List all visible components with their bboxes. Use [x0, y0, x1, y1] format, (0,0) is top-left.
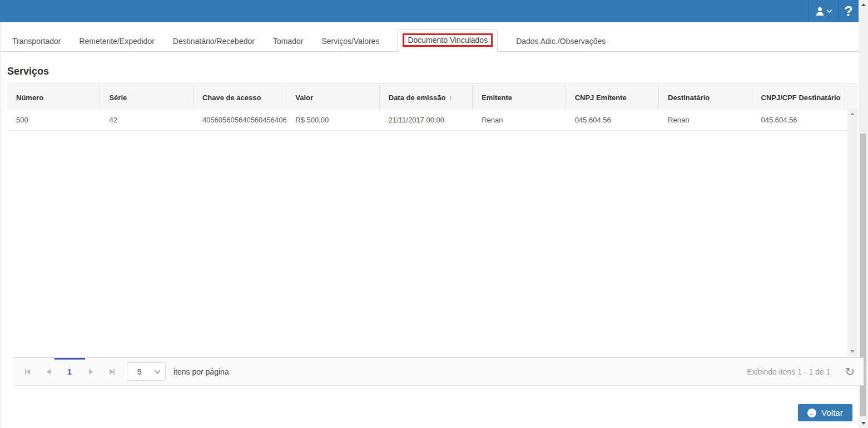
last-page-icon — [110, 369, 113, 375]
column-header-cnpj-cpf-destinatario[interactable]: CNPJ/CPF Destinatário — [752, 85, 845, 110]
scroll-up-icon[interactable] — [859, 0, 868, 9]
column-header-data-de-emissao[interactable]: Data de emissão ↑ — [380, 85, 473, 110]
cell-destinatario: Renan — [659, 110, 752, 130]
next-page-icon — [89, 369, 93, 375]
cell-chave-de-acesso: 40560560564056045640650... — [194, 110, 286, 130]
cell-emitente: Renan — [473, 110, 566, 130]
cell-serie: 42 — [100, 110, 193, 130]
sort-ascending-icon: ↑ — [449, 94, 453, 102]
page-number-button[interactable]: 1 — [59, 361, 80, 382]
first-page-button[interactable] — [17, 361, 38, 382]
page-size-value: 5 — [137, 367, 142, 376]
tab-documento-vinculados-label: Documento Vinculados — [408, 36, 488, 45]
pager-bar: 1 5 itens por página Exibindo itens 1 - … — [13, 357, 864, 386]
column-header-label: Data de emissão — [389, 94, 446, 102]
back-button[interactable]: ← Voltar — [798, 404, 852, 421]
tab-servicos-valores[interactable]: Serviços/Valores — [321, 31, 379, 51]
back-button-label: Voltar — [821, 408, 842, 417]
scroll-down-icon[interactable] — [859, 419, 868, 428]
grid-header: Número Série Chave de acesso Valor Data … — [7, 85, 857, 110]
previous-page-button[interactable] — [38, 361, 59, 382]
annotation-highlight-box: Documento Vinculados — [403, 33, 493, 47]
user-icon — [816, 7, 824, 16]
cell-cnpj-cpf-destinatario: 045.604.56 — [752, 110, 845, 130]
tab-strip: Transportador Remetente/Expedidor Destin… — [1, 29, 859, 52]
cell-cnpj-emitente: 045.604.56 — [566, 110, 659, 130]
tab-destinatario-recebedor[interactable]: Destinatário/Recebedor — [173, 31, 255, 51]
previous-page-icon — [47, 369, 51, 375]
cell-numero: 500 — [7, 110, 100, 130]
first-page-icon — [26, 369, 30, 375]
column-header-numero[interactable]: Número — [7, 85, 100, 110]
cell-valor: R$ 500,00 — [286, 110, 379, 130]
column-header-valor[interactable]: Valor — [286, 85, 379, 110]
top-bar: ? — [0, 0, 859, 22]
tab-transportador[interactable]: Transportador — [12, 31, 61, 51]
refresh-icon[interactable]: ↻ — [845, 366, 855, 377]
table-scroll-down-icon[interactable] — [850, 350, 855, 353]
section-title: Serviços — [7, 66, 859, 77]
services-grid: Número Série Chave de acesso Valor Data … — [7, 85, 857, 386]
tab-remetente-expedidor[interactable]: Remetente/Expedidor — [79, 31, 154, 51]
chevron-down-icon — [154, 367, 160, 373]
table-scrollbar[interactable] — [847, 109, 857, 357]
back-arrow-icon: ← — [807, 409, 816, 417]
items-range-status: Exibindo itens 1 - 1 de 1 — [747, 367, 830, 376]
section-divider — [7, 83, 856, 83]
cell-data-de-emissao: 21/11/2017 00:00 — [380, 110, 473, 130]
grid-header-filler — [845, 85, 857, 110]
column-header-serie[interactable]: Série — [100, 85, 193, 110]
selected-page-indicator — [54, 358, 85, 360]
last-page-button[interactable] — [101, 361, 122, 382]
page-size-dropdown[interactable]: 5 — [127, 362, 166, 381]
tab-tomador[interactable]: Tomador — [273, 31, 303, 51]
next-page-button[interactable] — [80, 361, 101, 382]
tab-documento-vinculados[interactable]: Documento Vinculados — [398, 29, 498, 52]
help-button[interactable]: ? — [838, 0, 859, 22]
table-row[interactable]: 500 42 40560560564056045640650... R$ 500… — [7, 110, 857, 131]
user-menu-button[interactable] — [809, 0, 838, 22]
column-header-cnpj-emitente[interactable]: CNPJ Emitente — [566, 85, 659, 110]
column-header-chave-de-acesso[interactable]: Chave de acesso — [194, 85, 286, 110]
help-icon: ? — [844, 3, 852, 19]
table-scroll-up-icon[interactable] — [850, 112, 855, 115]
column-header-destinatario[interactable]: Destinatário — [659, 85, 752, 110]
current-page-number: 1 — [67, 367, 72, 376]
chevron-down-icon — [827, 8, 832, 13]
tab-dados-adic-observacoes[interactable]: Dados Adic./Observações — [516, 31, 606, 51]
main-content: Transportador Remetente/Expedidor Destin… — [0, 22, 859, 428]
grid-empty-area — [7, 131, 857, 357]
page-size-label: itens por página — [173, 367, 229, 376]
column-header-emitente[interactable]: Emitente — [473, 85, 566, 110]
